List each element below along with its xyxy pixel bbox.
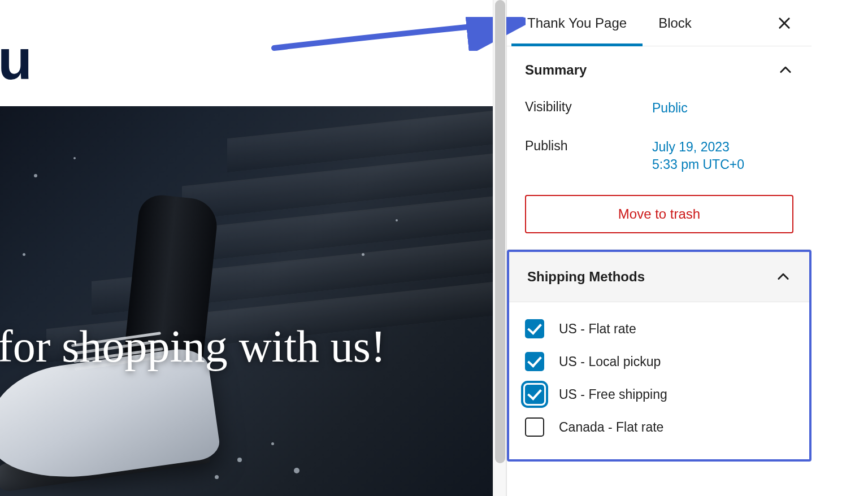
tab-thank-you-page[interactable]: Thank You Page <box>511 0 643 46</box>
checkbox-icon <box>525 417 544 437</box>
shipping-methods-title: Shipping Methods <box>527 269 645 285</box>
shipping-option-us-free-shipping[interactable]: US - Free shipping <box>525 378 793 411</box>
summary-title: Summary <box>525 62 587 78</box>
shipping-methods-list: US - Flat rate US - Local pickup US - Fr… <box>509 302 809 459</box>
shipping-methods-toggle[interactable]: Shipping Methods <box>509 252 809 302</box>
shipping-methods-panel: Shipping Methods US - Flat rate US - Loc… <box>507 250 811 462</box>
checkbox-icon <box>525 352 544 371</box>
editor-canvas: u fo <box>0 0 493 496</box>
chevron-up-icon <box>778 62 793 78</box>
publish-time: 5:33 pm UTC+0 <box>652 157 744 172</box>
publish-value[interactable]: July 19, 2023 5:33 pm UTC+0 <box>652 138 744 173</box>
shipping-option-us-flat-rate[interactable]: US - Flat rate <box>525 312 793 345</box>
annotation-arrow <box>271 17 526 51</box>
summary-panel: Summary Visibility Public Publish July 1… <box>507 46 811 250</box>
publish-row[interactable]: Publish July 19, 2023 5:33 pm UTC+0 <box>525 138 793 173</box>
close-icon <box>776 15 792 31</box>
summary-toggle[interactable]: Summary <box>525 62 793 78</box>
visibility-label: Visibility <box>525 99 652 117</box>
right-margin <box>811 0 868 496</box>
checkbox-icon <box>525 319 544 338</box>
chevron-up-icon <box>775 269 791 285</box>
visibility-row[interactable]: Visibility Public <box>525 99 793 117</box>
shipping-option-label: US - Flat rate <box>559 321 636 337</box>
move-to-trash-button[interactable]: Move to trash <box>525 195 793 233</box>
shipping-option-label: US - Free shipping <box>559 387 667 402</box>
editor-scrollbar[interactable] <box>493 0 506 496</box>
close-sidebar-button[interactable] <box>769 7 800 39</box>
checkbox-icon <box>525 385 544 404</box>
scroll-thumb[interactable] <box>495 0 505 463</box>
shipping-option-label: Canada - Flat rate <box>559 420 663 435</box>
hero-image: for shopping with us! <box>0 106 493 496</box>
publish-label: Publish <box>525 138 652 173</box>
publish-date: July 19, 2023 <box>652 140 730 154</box>
settings-sidebar: Thank You Page Block Summary Visibility … <box>506 0 811 496</box>
canvas-top: u <box>0 0 493 106</box>
shipping-option-label: US - Local pickup <box>559 354 661 369</box>
sidebar-tabs: Thank You Page Block <box>507 0 811 46</box>
page-title-fragment: u <box>0 27 31 92</box>
shipping-option-canada-flat-rate[interactable]: Canada - Flat rate <box>525 411 793 443</box>
visibility-value[interactable]: Public <box>652 99 688 117</box>
hero-heading: for shopping with us! <box>0 321 386 372</box>
tab-block[interactable]: Block <box>643 0 708 46</box>
shipping-option-us-local-pickup[interactable]: US - Local pickup <box>525 345 793 378</box>
